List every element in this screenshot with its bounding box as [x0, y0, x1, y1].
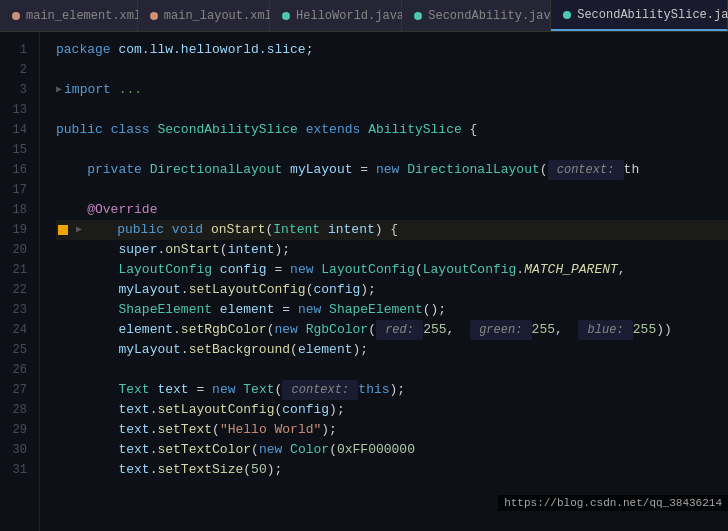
code-line-20: super.onStart(intent);	[56, 240, 728, 260]
tab-label: SecondAbility.java	[428, 9, 558, 23]
code-line-28: text.setLayoutConfig(config);	[56, 400, 728, 420]
line-num-23: 23	[0, 300, 27, 320]
tab-dot	[414, 12, 422, 20]
code-line-29: text.setText("Hello World");	[56, 420, 728, 440]
line-numbers: 1 2 3 13 14 15 16 17 18 19 20 21 22 23 2…	[0, 32, 40, 531]
line-num-17: 17	[0, 180, 27, 200]
tab-dot	[12, 12, 20, 20]
line-num-20: 20	[0, 240, 27, 260]
line-num-18: 18	[0, 200, 27, 220]
code-line-2	[56, 60, 728, 80]
tab-secondabilityslice-java[interactable]: SecondAbilitySlice.java ×	[551, 0, 728, 31]
line-num-30: 30	[0, 440, 27, 460]
tab-main-element-xml[interactable]: main_element.xml ×	[0, 0, 138, 31]
line-num-25: 25	[0, 340, 27, 360]
code-line-27: Text text = new Text( context: this);	[56, 380, 728, 400]
code-line-31: text.setTextSize(50);	[56, 460, 728, 480]
code-line-23: ShapeElement element = new ShapeElement(…	[56, 300, 728, 320]
code-line-13	[56, 100, 728, 120]
tab-bar: main_element.xml × main_layout.xml × Hel…	[0, 0, 728, 32]
code-line-18: @Override	[56, 200, 728, 220]
code-line-16: private DirectionalLayout myLayout = new…	[56, 160, 728, 180]
line-num-21: 21	[0, 260, 27, 280]
code-line-21: LayoutConfig config = new LayoutConfig(L…	[56, 260, 728, 280]
line-num-27: 27	[0, 380, 27, 400]
line-num-19: 19	[0, 220, 27, 240]
line-num-26: 26	[0, 360, 27, 380]
code-line-1: package com.llw.helloworld.slice;	[56, 40, 728, 60]
code-line-26	[56, 360, 728, 380]
code-line-30: text.setTextColor(new Color(0xFF000000	[56, 440, 728, 460]
tab-label: main_layout.xml	[164, 9, 272, 23]
tab-dot	[150, 12, 158, 20]
code-line-19: ▶ public void onStart(Intent intent) {	[56, 220, 728, 240]
line-num-16: 16	[0, 160, 27, 180]
code-line-14: public class SecondAbilitySlice extends …	[56, 120, 728, 140]
line-num-22: 22	[0, 280, 27, 300]
line-num-1: 1	[0, 40, 27, 60]
tab-secondability-java[interactable]: SecondAbility.java ×	[402, 0, 551, 31]
line-num-14: 14	[0, 120, 27, 140]
line-num-3: 3	[0, 80, 27, 100]
line-num-24: 24	[0, 320, 27, 340]
line-num-31: 31	[0, 460, 27, 480]
tab-main-layout-xml[interactable]: main_layout.xml ×	[138, 0, 270, 31]
line-num-15: 15	[0, 140, 27, 160]
code-line-22: myLayout.setLayoutConfig(config);	[56, 280, 728, 300]
code-line-24: element.setRgbColor(new RgbColor( red: 2…	[56, 320, 728, 340]
tab-dot	[282, 12, 290, 20]
tab-label: main_element.xml	[26, 9, 141, 23]
editor-container: 1 2 3 13 14 15 16 17 18 19 20 21 22 23 2…	[0, 32, 728, 531]
code-line-3: ▶import ...	[56, 80, 728, 100]
tab-label: HelloWorld.java	[296, 9, 404, 23]
code-line-25: myLayout.setBackground(element);	[56, 340, 728, 360]
code-line-15	[56, 140, 728, 160]
code-line-17	[56, 180, 728, 200]
line-num-29: 29	[0, 420, 27, 440]
line-num-28: 28	[0, 400, 27, 420]
tab-helloworld-java[interactable]: HelloWorld.java ×	[270, 0, 402, 31]
tab-dot	[563, 11, 571, 19]
tab-label: SecondAbilitySlice.java	[577, 8, 728, 22]
code-area[interactable]: package com.llw.helloworld.slice; ▶impor…	[40, 32, 728, 531]
line-num-13: 13	[0, 100, 27, 120]
url-overlay: https://blog.csdn.net/qq_38436214	[498, 495, 728, 511]
line-num-2: 2	[0, 60, 27, 80]
